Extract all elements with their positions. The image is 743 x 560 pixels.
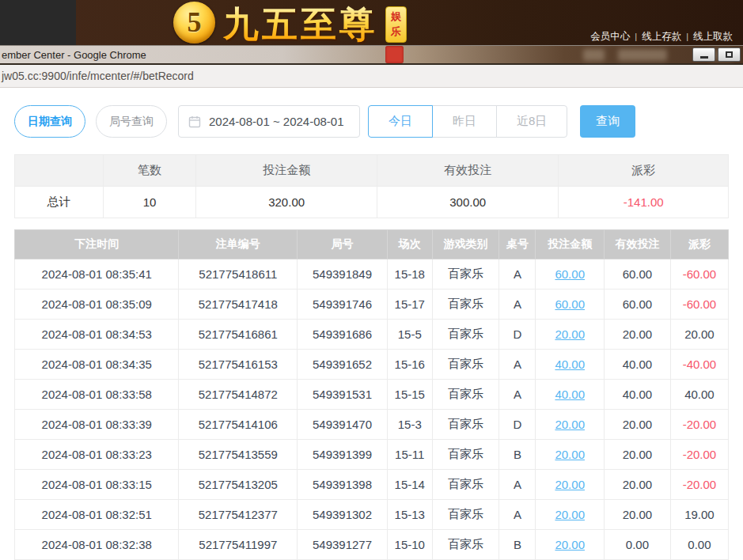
cell-table-no: B — [499, 440, 536, 470]
cell-valid-bet: 20.00 — [605, 410, 671, 440]
cell-bet-time: 2024-08-01 08:33:39 — [15, 410, 179, 440]
blurred-account-label — [583, 49, 605, 61]
summary-count: 10 — [103, 187, 195, 218]
cell-table-no: A — [499, 289, 536, 320]
bet-amount-link[interactable]: 60.00 — [555, 267, 585, 281]
cell-table-no: A — [499, 500, 536, 530]
cell-bet-time: 2024-08-01 08:33:15 — [15, 470, 179, 500]
summary-header-count: 笔数 — [103, 155, 195, 187]
col-header-table-no: 桌号 — [499, 230, 536, 259]
summary-header-bet-amount: 投注金额 — [196, 155, 377, 187]
search-button[interactable]: 查询 — [580, 105, 635, 138]
address-bar[interactable]: jw05.cc:9900/infe/mcenter/#/betRecord — [0, 65, 743, 88]
coin-glyph: 5 — [188, 6, 202, 39]
bet-record-table: 下注时间 注单编号 局号 场次 游戏类别 桌号 投注金额 有效投注 派彩 202… — [14, 229, 729, 560]
nav-separator: | — [686, 32, 688, 41]
cell-game-type: 百家乐 — [432, 530, 499, 560]
col-header-bet-amount: 投注金额 — [536, 230, 605, 259]
cell-order-no: 521775418611 — [179, 259, 298, 289]
col-header-valid-bet: 有效投注 — [605, 230, 671, 259]
cell-session: 15-5 — [387, 320, 432, 350]
bet-amount-link[interactable]: 60.00 — [555, 297, 585, 311]
date-range-value: 2024-08-01 ~ 2024-08-01 — [209, 115, 344, 128]
cell-payout: -20.00 — [670, 470, 728, 500]
maximize-icon — [726, 51, 733, 58]
cell-payout: 0.00 — [670, 530, 728, 560]
bet-amount-link[interactable]: 20.00 — [555, 478, 585, 491]
date-query-tab[interactable]: 日期查询 — [14, 105, 85, 138]
cell-bet-time: 2024-08-01 08:35:09 — [15, 289, 179, 320]
summary-header-payout: 派彩 — [559, 155, 729, 187]
cell-table-no: A — [499, 380, 536, 410]
cell-game-type: 百家乐 — [432, 410, 499, 440]
cell-game-type: 百家乐 — [432, 350, 499, 380]
nav-online-deposit[interactable]: 线上存款 — [642, 31, 681, 42]
brand-title: 九五至尊 — [223, 2, 378, 45]
cell-bet-time: 2024-08-01 08:32:51 — [15, 500, 179, 530]
cell-session: 15-13 — [387, 500, 432, 530]
summary-row: 总计 10 320.00 300.00 -141.00 — [15, 187, 729, 218]
nav-member-center[interactable]: 会员中心 — [590, 31, 630, 42]
col-header-bet-time: 下注时间 — [15, 230, 179, 259]
cell-session: 15-18 — [387, 259, 432, 289]
table-row: 2024-08-01 08:32:38 521775411997 5493912… — [15, 530, 729, 560]
cell-session: 15-15 — [387, 380, 432, 410]
cell-valid-bet: 40.00 — [605, 380, 671, 410]
quick-last8days-button[interactable]: 近8日 — [496, 105, 567, 138]
cell-valid-bet: 0.00 — [605, 530, 671, 560]
cell-order-no: 521775411997 — [179, 530, 298, 560]
maximize-button[interactable] — [718, 47, 741, 62]
cell-bet-time: 2024-08-01 08:35:41 — [15, 259, 179, 289]
table-row: 2024-08-01 08:33:39 521775414106 5493914… — [15, 410, 729, 440]
cell-session: 15-14 — [387, 470, 432, 500]
top-nav: 会员中心|线上存款|线上取款 — [586, 30, 737, 44]
cell-game-type: 百家乐 — [432, 320, 499, 350]
bet-amount-link[interactable]: 40.00 — [555, 358, 585, 371]
cell-order-no: 521775414872 — [179, 380, 298, 410]
cell-payout: -20.00 — [670, 440, 728, 470]
cell-bet-time: 2024-08-01 08:33:23 — [15, 440, 179, 470]
bet-amount-link[interactable]: 20.00 — [555, 508, 585, 521]
cell-game-type: 百家乐 — [432, 380, 499, 410]
bet-amount-link[interactable]: 20.00 — [555, 448, 585, 461]
bet-amount-link[interactable]: 20.00 — [555, 327, 585, 341]
cell-session: 15-10 — [387, 530, 432, 560]
minimize-button[interactable] — [692, 47, 715, 62]
quick-yesterday-button[interactable]: 昨日 — [432, 105, 497, 138]
bet-record-rows: 2024-08-01 08:35:41 521775418611 5493918… — [15, 259, 729, 560]
table-row: 2024-08-01 08:33:15 521775413205 5493913… — [15, 470, 729, 500]
cell-payout: 20.00 — [670, 320, 728, 350]
calendar-icon — [188, 115, 201, 128]
bet-amount-link[interactable]: 20.00 — [555, 418, 585, 431]
url-text[interactable]: jw05.cc:9900/infe/mcenter/#/betRecord — [2, 70, 194, 82]
cell-round-no: 549391470 — [298, 410, 388, 440]
badge-char: 乐 — [391, 25, 401, 40]
cell-valid-bet: 60.00 — [605, 289, 671, 320]
round-query-tab[interactable]: 局号查询 — [96, 105, 167, 138]
blurred-account-value — [618, 49, 667, 61]
table-row: 2024-08-01 08:33:23 521775413559 5493913… — [15, 440, 729, 470]
cell-order-no: 521775412377 — [179, 500, 298, 530]
bet-amount-link[interactable]: 20.00 — [555, 538, 585, 551]
quick-today-button[interactable]: 今日 — [368, 105, 433, 138]
minimize-icon — [700, 56, 708, 59]
cell-payout: -20.00 — [670, 410, 728, 440]
table-row: 2024-08-01 08:34:35 521775416153 5493916… — [15, 350, 729, 380]
corner-box — [0, 0, 76, 45]
cell-order-no: 521775414106 — [179, 410, 298, 440]
cell-game-type: 百家乐 — [432, 500, 499, 530]
date-range-input[interactable]: 2024-08-01 ~ 2024-08-01 — [178, 105, 360, 138]
cell-table-no: A — [499, 259, 536, 289]
col-header-round-no: 局号 — [298, 230, 388, 259]
red-seal-decoration — [385, 46, 404, 63]
summary-header-blank — [15, 155, 104, 187]
cell-session: 15-16 — [387, 350, 432, 380]
cell-round-no: 549391398 — [298, 470, 388, 500]
cell-table-no: D — [499, 410, 536, 440]
nav-online-withdraw[interactable]: 线上取款 — [693, 31, 733, 42]
table-row: 2024-08-01 08:33:58 521775414872 5493915… — [15, 380, 729, 410]
cell-valid-bet: 40.00 — [605, 350, 671, 380]
bet-amount-link[interactable]: 40.00 — [555, 388, 585, 401]
cell-round-no: 549391652 — [298, 350, 388, 380]
badge-char: 娱 — [391, 9, 401, 25]
